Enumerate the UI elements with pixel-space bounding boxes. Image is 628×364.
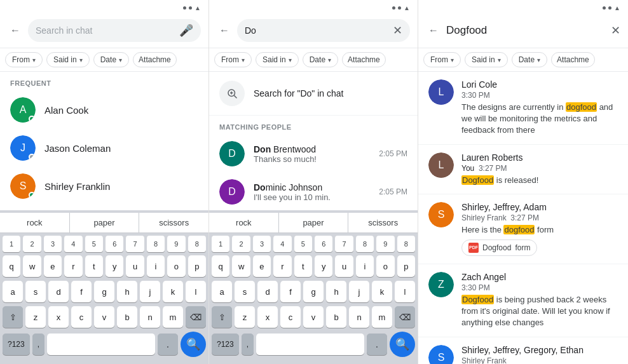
contact-jeffery-clark[interactable]: J Jeffery Clark	[0, 205, 208, 210]
filter-said-in-2[interactable]: Said in ▾	[256, 52, 299, 67]
avatar-shirley-f: S	[10, 173, 36, 199]
filter-date-1[interactable]: Date ▾	[93, 52, 129, 67]
result-preview-zach: Dogfood is being pushed back 2 weeks fro…	[461, 294, 618, 329]
suggestion-paper-1[interactable]: paper	[70, 213, 140, 233]
period-key-2[interactable]: .	[367, 334, 387, 355]
result-header-shirley: Shirley, Jeffrey, Adam	[461, 202, 618, 212]
avatar-shirley-j: S	[428, 202, 454, 227]
filter-date-2[interactable]: Date ▾	[303, 52, 338, 67]
result-name-lauren: Lauren Roberts	[461, 152, 523, 163]
search-input-2[interactable]	[245, 25, 388, 36]
suggestion-rock-1[interactable]: rock	[0, 213, 70, 233]
pdf-icon: PDF	[468, 243, 479, 253]
wifi-icon	[189, 6, 192, 10]
result-info-shirley: Shirley, Jeffrey, Adam Shirley Frank 3:2…	[461, 202, 618, 256]
filter-said-in-3[interactable]: Said in ▾	[465, 52, 508, 67]
avatar-jason: J	[10, 135, 36, 161]
result-zach-angel[interactable]: Z Zach Angel 3:30 PM Dogfood is being pu…	[418, 264, 628, 337]
avatar-zach: Z	[428, 272, 454, 297]
status-bar-2: ▲	[209, 0, 418, 13]
match-dominic-johnson[interactable]: D Dominic Johnson I'll see you in 10 min…	[209, 173, 418, 210]
result-name-zach: Zach Angel	[461, 272, 506, 282]
search-button-2[interactable]: 🔍	[390, 332, 415, 357]
result-name-shirley: Shirley, Jeffrey, Adam	[461, 202, 547, 212]
contact-name-jason: Jason Coleman	[44, 143, 111, 154]
suggestion-scissors-2[interactable]: scissors	[348, 213, 418, 233]
filter-from-2[interactable]: From ▾	[214, 52, 252, 67]
back-button-2[interactable]: ←	[217, 23, 232, 38]
contact-shirley-franklin[interactable]: S Shirley Franklin	[0, 167, 208, 205]
filter-row-3: From ▾ Said in ▾ Date ▾ Attachme	[418, 48, 628, 72]
space-key-2[interactable]	[256, 334, 364, 355]
battery-icon: ▲	[195, 4, 201, 11]
clear-icon-3[interactable]: ✕	[611, 24, 620, 37]
contact-alan-cook[interactable]: A Alan Cook	[0, 91, 208, 129]
suggestions-row-2: rock paper scissors	[209, 213, 418, 233]
panel-search-dogfood: ▲ ← Dogfood ✕ From ▾ Said in ▾ Date ▾ At…	[418, 0, 628, 364]
asdf-row-1: a s d f g h j k l	[0, 279, 208, 304]
contacts-scroll: FREQUENT A Alan Cook J Jason Coleman S S…	[0, 72, 208, 210]
comma-key-2[interactable]: ,	[242, 334, 254, 355]
result-lori-cole[interactable]: L Lori Cole 3:30 PM The designs are curr…	[418, 72, 628, 145]
suggestion-rock-2[interactable]: rock	[209, 213, 279, 233]
shift-key-2[interactable]: ⇧	[212, 306, 232, 328]
match-time-don: 2:05 PM	[379, 149, 407, 158]
back-button-1[interactable]: ←	[8, 23, 23, 38]
result-header-lauren: Lauren Roberts	[461, 152, 618, 163]
filter-row-1: From ▾ Said in ▾ Date ▾ Attachme	[0, 48, 208, 72]
matching-label: MATCHING PEOPLE	[209, 116, 418, 135]
filter-from-3[interactable]: From ▾	[423, 52, 461, 67]
sym-key-2[interactable]: ?123	[212, 334, 239, 355]
contact-name-shirley: Shirley Franklin	[44, 181, 110, 192]
chevron-icon: ▾	[451, 57, 454, 64]
search-suggestion-do[interactable]: Search for "Do" in chat	[209, 72, 418, 116]
sym-key-1[interactable]: ?123	[3, 334, 30, 355]
backspace-key-2[interactable]: ⌫	[395, 306, 415, 328]
search-input-1[interactable]	[36, 25, 174, 36]
result-header-lori: Lori Cole	[461, 79, 618, 90]
space-key-1[interactable]	[47, 334, 155, 355]
chevron-icon: ▾	[328, 57, 331, 64]
mic-icon-1[interactable]: 🎤	[179, 24, 193, 37]
filter-attachment-1[interactable]: Attachme	[133, 52, 177, 67]
keyboard-2: rock paper scissors 1 2 3 4 5 6 7 8 9 8 …	[209, 210, 418, 364]
clear-icon-2[interactable]: ✕	[393, 24, 402, 37]
shift-key-1[interactable]: ⇧	[3, 306, 23, 328]
results-scroll-3: L Lori Cole 3:30 PM The designs are curr…	[418, 72, 628, 364]
filter-attachment-3[interactable]: Attachme	[551, 52, 595, 67]
search-bar-2[interactable]: ✕	[237, 19, 410, 42]
wifi-icon-2	[398, 6, 401, 10]
avatar-shirley-group: S	[428, 345, 454, 365]
status-dot-shirley	[29, 192, 35, 198]
status-dot-alan	[29, 116, 35, 122]
filter-said-in-1[interactable]: Said in ▾	[46, 52, 90, 67]
result-lauren-roberts[interactable]: L Lauren Roberts You 3:27 PM Dogfood is …	[418, 145, 628, 194]
search-bar-1[interactable]: 🎤	[28, 19, 201, 42]
results-scroll-2: Search for "Do" in chat MATCHING PEOPLE …	[209, 72, 418, 210]
backspace-key-1[interactable]: ⌫	[186, 306, 206, 328]
period-key-1[interactable]: .	[158, 334, 178, 355]
suggestion-scissors-1[interactable]: scissors	[139, 213, 208, 233]
filter-row-2: From ▾ Said in ▾ Date ▾ Attachme	[209, 48, 418, 72]
search-button-1[interactable]: 🔍	[181, 332, 206, 357]
back-button-3[interactable]: ←	[426, 23, 441, 38]
result-shirley-group[interactable]: S Shirley, Jeffrey, Gregory, Ethan Shirl…	[418, 337, 628, 365]
suggestion-paper-2[interactable]: paper	[279, 213, 349, 233]
search-value-3: Dogfood	[446, 24, 606, 37]
search-bar-3[interactable]: Dogfood ✕	[446, 19, 620, 42]
filter-from-1[interactable]: From ▾	[5, 52, 43, 67]
frequent-label: FREQUENT	[0, 72, 208, 91]
match-info-don: Don Brentwood Thanks so much!	[254, 144, 370, 164]
contact-jason-coleman[interactable]: J Jason Coleman	[0, 129, 208, 167]
result-info-shirley-group: Shirley, Jeffrey, Gregory, Ethan Shirley…	[461, 345, 618, 365]
result-shirley-jeffrey-adam[interactable]: S Shirley, Jeffrey, Adam Shirley Frank 3…	[418, 194, 628, 264]
attachment-chip-dogfood[interactable]: PDF Dogfood form	[461, 239, 537, 256]
comma-key-1[interactable]: ,	[32, 334, 44, 355]
status-bar-3: ▲	[418, 0, 628, 13]
filter-date-3[interactable]: Date ▾	[512, 52, 547, 67]
panel-search-empty: ▲ ← 🎤 From ▾ Said in ▾ Date ▾ Attachme F…	[0, 0, 209, 364]
match-don-brentwood[interactable]: D Don Brentwood Thanks so much! 2:05 PM	[209, 135, 418, 173]
filter-attachment-2[interactable]: Attachme	[342, 52, 386, 67]
avatar-alan: A	[10, 97, 36, 123]
zxcv-row-1: ⇧ z x c v b n m ⌫	[0, 304, 208, 330]
